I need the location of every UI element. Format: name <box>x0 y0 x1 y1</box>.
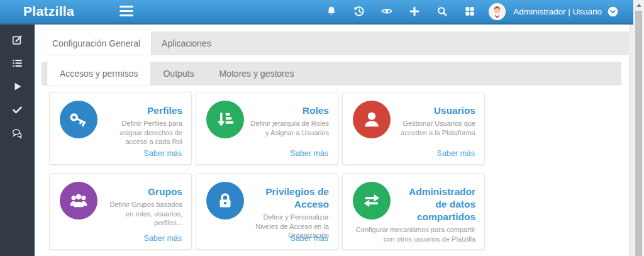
chevron-down-icon[interactable] <box>608 6 618 17</box>
brand-logo[interactable]: Platzilla <box>23 4 74 19</box>
play-icon[interactable] <box>11 81 23 92</box>
card-perfiles: Perfiles Definir Perfiles para asignar d… <box>49 92 192 165</box>
content-right-gutter <box>629 25 633 256</box>
compose-icon[interactable] <box>11 34 23 46</box>
card-grupos: Grupos Definir Grupos basados en roles, … <box>49 173 192 250</box>
up-arrow-icon <box>636 4 641 7</box>
card-administrador-datos-compartidos: Administrador de datos compartidos Confi… <box>342 173 485 250</box>
vertical-scrollbar[interactable] <box>633 0 644 256</box>
list-icon[interactable] <box>11 57 23 69</box>
user-menu-label[interactable]: Administrador | Usuario <box>513 7 602 16</box>
tab-aplicaciones[interactable]: Aplicaciones <box>151 31 222 55</box>
saber-mas-link[interactable]: Saber más <box>144 149 182 158</box>
key-icon <box>60 101 97 138</box>
check-icon[interactable] <box>11 104 23 116</box>
navbar-actions: Administrador | Usuario <box>310 0 618 23</box>
apps-grid-icon[interactable] <box>464 5 476 18</box>
user-icon <box>353 101 391 138</box>
history-icon[interactable] <box>353 5 365 18</box>
eye-icon[interactable] <box>380 5 393 18</box>
comments-icon[interactable] <box>11 127 23 139</box>
secondary-tabs: Accesos y permisos Outputs Motores y ges… <box>42 62 621 86</box>
user-avatar[interactable] <box>489 3 506 20</box>
subtab-accesos-y-permisos[interactable]: Accesos y permisos <box>47 62 150 86</box>
search-icon[interactable] <box>436 5 448 18</box>
saber-mas-link[interactable]: Saber más <box>291 234 328 243</box>
hamburger-menu-icon[interactable] <box>119 6 133 19</box>
primary-tabs: Configuración General Aplicaciones <box>42 31 629 55</box>
subtab-outputs[interactable]: Outputs <box>150 62 206 86</box>
subtab-motores-y-gestores[interactable]: Motores y gestores <box>207 62 307 86</box>
tab-configuracion-general[interactable]: Configuración General <box>42 30 151 55</box>
scrollbar-thumb[interactable] <box>635 11 642 256</box>
card-usuarios: Usuarios Gestionar Usuarios que acceden … <box>342 92 485 165</box>
bell-icon[interactable] <box>325 5 338 18</box>
exchange-icon <box>353 182 391 220</box>
left-sidebar <box>0 25 35 256</box>
top-navbar: Platzilla <box>0 0 633 25</box>
plus-icon[interactable] <box>408 5 421 18</box>
lock-icon <box>206 182 244 220</box>
sort-hierarchy-icon <box>206 101 244 138</box>
scroll-up-button[interactable] <box>633 0 644 11</box>
card-privilegios-de-acceso: Privilegios de Acceso Definir y Personal… <box>196 173 338 250</box>
main-content: Configuración General Aplicaciones Acces… <box>35 25 629 256</box>
users-icon <box>60 182 97 220</box>
saber-mas-link[interactable]: Saber más <box>437 149 475 158</box>
card-roles: Roles Definir jerarquía de Roles y Asign… <box>196 92 338 165</box>
saber-mas-link[interactable]: Saber más <box>144 234 182 243</box>
feature-cards-grid: Perfiles Definir Perfiles para asignar d… <box>49 92 629 250</box>
card-description: Configurar mecanismos para compartir con… <box>352 225 475 243</box>
saber-mas-link[interactable]: Saber más <box>291 149 328 158</box>
